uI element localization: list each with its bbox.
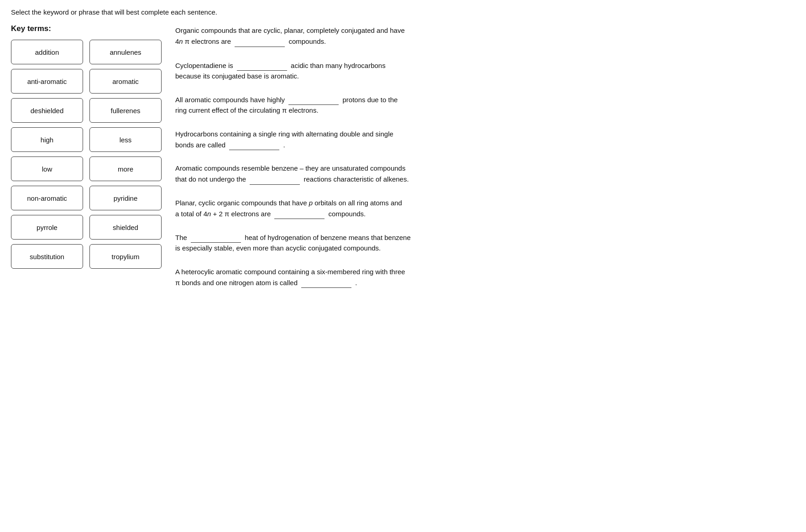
term-box[interactable]: tropylium <box>89 244 162 269</box>
term-box[interactable]: substitution <box>11 244 83 269</box>
terms-grid: additionannulenesanti-aromaticaromaticde… <box>11 40 162 269</box>
sentence-block: All aromatic compounds have highly proto… <box>175 94 795 116</box>
key-terms-panel: Key terms: additionannulenesanti-aromati… <box>11 24 175 269</box>
sentence-block: Planar, cyclic organic compounds that ha… <box>175 198 795 219</box>
sentence-block: Aromatic compounds resemble benzene – th… <box>175 163 795 185</box>
sentence-block: Hydrocarbons containing a single ring wi… <box>175 129 795 151</box>
term-box[interactable]: less <box>89 127 162 152</box>
sentences-panel: Organic compounds that are cyclic, plana… <box>175 24 795 301</box>
term-box[interactable]: fullerenes <box>89 98 162 123</box>
sentence-block: Organic compounds that are cyclic, plana… <box>175 25 795 47</box>
main-layout: Key terms: additionannulenesanti-aromati… <box>11 24 795 301</box>
term-box[interactable]: shielded <box>89 215 162 240</box>
term-box[interactable]: aromatic <box>89 69 162 94</box>
term-box[interactable]: pyrrole <box>11 215 83 240</box>
term-box[interactable]: low <box>11 156 83 181</box>
term-box[interactable]: anti-aromatic <box>11 69 83 94</box>
sentence-block: The heat of hydrogenation of benzene mea… <box>175 232 795 254</box>
sentence-block: Cyclopentadiene is acidic than many hydr… <box>175 60 795 82</box>
term-box[interactable]: non-aromatic <box>11 186 83 210</box>
term-box[interactable]: more <box>89 156 162 181</box>
instructions: Select the keyword or phrase that will b… <box>11 8 795 16</box>
term-box[interactable]: high <box>11 127 83 152</box>
term-box[interactable]: addition <box>11 40 83 64</box>
key-terms-title: Key terms: <box>11 24 162 33</box>
term-box[interactable]: pyridine <box>89 186 162 210</box>
sentence-block: A heterocylic aromatic compound containi… <box>175 266 795 288</box>
term-box[interactable]: annulenes <box>89 40 162 64</box>
term-box[interactable]: deshielded <box>11 98 83 123</box>
